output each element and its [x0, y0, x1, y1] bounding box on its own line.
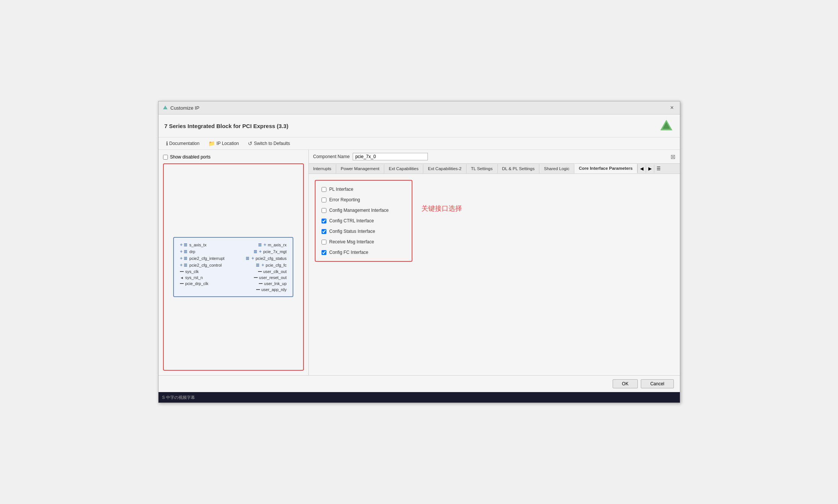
footer: OK Cancel [159, 375, 680, 392]
bus-icon [258, 243, 261, 246]
port-plus-icon: + [180, 263, 183, 268]
line-icon [180, 283, 184, 284]
title-bar: Customize IP × [159, 101, 680, 115]
error-reporting-label: Error Reporting [329, 197, 360, 202]
port-m_axis_rx: m_axis_rx + [258, 242, 287, 247]
receive-msg-label: Receive Msg Interface [329, 239, 374, 244]
bus-icon [184, 250, 187, 253]
documentation-button[interactable]: ℹ Documentation [165, 140, 201, 147]
watermark-bar: S 中字の视频字幕 [159, 392, 680, 403]
config-ctrl-checkbox[interactable] [322, 219, 326, 223]
tab-interrupts[interactable]: Interrupts [309, 164, 337, 173]
line-icon [256, 289, 260, 290]
port-pcie_cfg_fc: pcie_cfg_fc + [256, 263, 287, 268]
ip-block-ports: + s_axis_tx + drp + [180, 242, 287, 292]
port-pcie2_cfg_interrupt: + pcie2_cfg_interrupt [180, 256, 225, 261]
port-pcie2_cfg_control: + pcie2_cfg_control [180, 263, 225, 268]
refresh-icon: ↺ [248, 140, 252, 146]
line-icon [259, 283, 263, 284]
port-user_clk_out: user_clk_out [258, 269, 287, 274]
tab-content: PL Interface Error Reporting Config Mana… [309, 174, 680, 375]
app-icon [162, 105, 168, 111]
option-error-reporting: Error Reporting [322, 197, 406, 202]
pl-interface-label: PL Interface [329, 187, 353, 192]
tab-ext-capabilities[interactable]: Ext Capabilities [384, 164, 423, 173]
right-ports: m_axis_rx + pcie_7x_mgt + pcie2_cfg_stat… [246, 242, 287, 292]
info-icon: ℹ [166, 140, 168, 146]
close-button[interactable]: × [668, 104, 676, 112]
cancel-button[interactable]: Cancel [641, 379, 673, 388]
arrow-icon: ◄ [180, 276, 184, 280]
tab-tl-settings[interactable]: TL Settings [467, 164, 498, 173]
ok-button[interactable]: OK [613, 379, 638, 388]
port-plus-icon: + [264, 242, 266, 247]
show-disabled-ports-row: Show disabled ports [163, 154, 304, 160]
bus-icon [184, 264, 187, 267]
svg-marker-0 [163, 106, 168, 109]
config-status-label: Config Status Interface [329, 229, 375, 234]
line-icon [254, 277, 258, 278]
error-reporting-checkbox[interactable] [322, 198, 326, 202]
port-pcie_drp_clk: pcie_drp_clk [180, 281, 225, 286]
tab-ext-capabilities-2[interactable]: Ext Capabilities-2 [423, 164, 466, 173]
component-clear-button[interactable]: ⊠ [670, 153, 675, 160]
line-icon [180, 271, 184, 272]
ip-block: + s_axis_tx + drp + [173, 237, 293, 297]
main-content: Show disabled ports + s_axis_tx [159, 150, 680, 375]
tab-core-interface[interactable]: Core Interface Parameters [574, 164, 637, 174]
show-disabled-ports-label: Show disabled ports [170, 154, 211, 160]
config-status-checkbox[interactable] [322, 229, 326, 234]
port-user_reset_out: user_reset_out [254, 275, 287, 280]
tab-next-button[interactable]: ▶ [646, 164, 654, 173]
port-drp: + drp [180, 249, 225, 254]
option-pl-interface: PL Interface [322, 187, 406, 192]
option-config-ctrl-interface: Config CTRL Interface [322, 218, 406, 223]
toolbar: ℹ Documentation 📁 IP Location ↺ Switch t… [159, 137, 680, 150]
component-name-bar: Component Name ⊠ [309, 150, 680, 164]
bus-icon [184, 243, 187, 246]
option-config-status-interface: Config Status Interface [322, 229, 406, 234]
ip-title: 7 Series Integrated Block for PCI Expres… [165, 123, 288, 129]
receive-msg-checkbox[interactable] [322, 240, 326, 244]
window-title: Customize IP [171, 105, 199, 111]
port-plus-icon: + [180, 249, 183, 254]
block-diagram: + s_axis_tx + drp + [163, 163, 304, 371]
port-plus-icon: + [259, 249, 262, 254]
port-user_lnk_up: user_lnk_up [259, 281, 287, 286]
switch-to-defaults-button[interactable]: ↺ Switch to Defaults [246, 140, 291, 147]
header-section: 7 Series Integrated Block for PCI Expres… [159, 115, 680, 137]
port-sys_clk: sys_clk [180, 269, 225, 274]
tabs-bar: Interrupts Power Management Ext Capabili… [309, 164, 680, 174]
tab-power-management[interactable]: Power Management [336, 164, 384, 173]
folder-icon: 📁 [208, 140, 215, 146]
tab-prev-button[interactable]: ◀ [637, 164, 646, 173]
port-pcie_7x_mgt: pcie_7x_mgt + [254, 249, 287, 254]
bus-icon [184, 257, 187, 260]
port-s_axis_tx: + s_axis_tx [180, 242, 225, 247]
port-plus-icon: + [180, 242, 183, 247]
bus-icon [256, 264, 259, 267]
port-plus-icon: + [251, 256, 254, 261]
tab-dl-pl-settings[interactable]: DL & PL Settings [498, 164, 540, 173]
left-panel: Show disabled ports + s_axis_tx [159, 150, 309, 375]
config-mgmt-checkbox[interactable] [322, 208, 326, 213]
tab-shared-logic[interactable]: Shared Logic [539, 164, 574, 173]
config-ctrl-label: Config CTRL Interface [329, 218, 374, 223]
config-fc-checkbox[interactable] [322, 250, 326, 255]
ip-location-button[interactable]: 📁 IP Location [207, 140, 240, 147]
bus-icon [254, 250, 257, 253]
port-pcie2_cfg_status: pcie2_cfg_status + [246, 256, 287, 261]
component-name-input[interactable] [353, 153, 428, 160]
option-config-mgmt-interface: Config Management Interface [322, 208, 406, 213]
pl-interface-checkbox[interactable] [322, 187, 326, 192]
port-sys_rst_n: ◄ sys_rst_n [180, 275, 225, 280]
port-plus-icon: + [261, 263, 264, 268]
annotation-text: 关键接口选择 [421, 204, 462, 213]
xilinx-logo [659, 118, 674, 133]
tab-menu-button[interactable]: ☰ [654, 164, 663, 173]
port-user_app_rdy: user_app_rdy [256, 287, 287, 292]
component-name-label: Component Name [313, 154, 350, 159]
line-icon [258, 271, 262, 272]
show-disabled-ports-checkbox[interactable] [163, 155, 168, 160]
option-config-fc-interface: Config FC Interface [322, 250, 406, 255]
